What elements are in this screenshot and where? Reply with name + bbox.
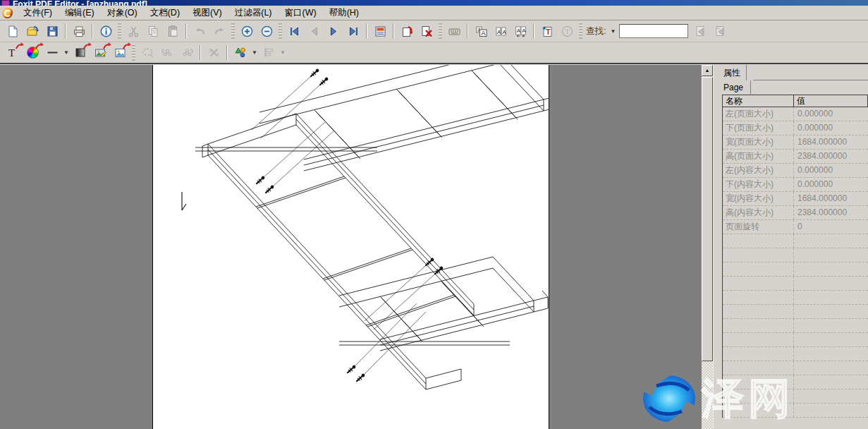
- font-replace-button[interactable]: AA: [472, 22, 490, 40]
- last-page-icon: [347, 25, 360, 38]
- empty-row: [723, 305, 868, 319]
- print-button[interactable]: [70, 22, 88, 40]
- toolbar-grip: [132, 45, 135, 61]
- toolbar-separator: [467, 23, 468, 39]
- add-text-button[interactable]: T: [538, 22, 556, 40]
- open-button[interactable]: [23, 22, 42, 40]
- empty-row: [723, 277, 868, 291]
- undo-button: [190, 22, 209, 40]
- empty-row: [723, 291, 868, 305]
- property-row: 宽(页面大小)1684.000000: [723, 135, 868, 150]
- rotate-left-icon: [160, 46, 175, 59]
- cut-button: [124, 22, 142, 40]
- page-layout-button[interactable]: [371, 22, 389, 40]
- previous-page-button: [305, 22, 323, 40]
- menu-item-view[interactable]: 视图(V): [186, 6, 228, 20]
- virtual-keyboard-button[interactable]: [445, 22, 463, 40]
- rotate-page-icon: [401, 25, 414, 38]
- edit-color-tool-button[interactable]: [23, 44, 42, 62]
- find-options-dropdown[interactable]: ▼: [609, 23, 617, 39]
- shapes-tool-button[interactable]: [231, 44, 250, 62]
- font-width-button[interactable]: AA: [511, 22, 530, 40]
- toolbar-separator: [185, 23, 187, 39]
- zoom-in-button[interactable]: [238, 22, 256, 40]
- toolbar-separator: [533, 23, 534, 39]
- ladder-long-arm: [202, 114, 474, 389]
- toolbar-edit-tools: T ▼ ▼ ▼: [0, 42, 868, 64]
- rotate-page-button[interactable]: [398, 22, 416, 40]
- document-canvas[interactable]: [0, 65, 702, 429]
- menu-item-file[interactable]: 文件(F): [17, 6, 59, 20]
- svg-text:A: A: [502, 28, 506, 35]
- toolbar-standard: AA AA AA T T 查找: ▼: [0, 20, 868, 42]
- last-page-button[interactable]: [344, 22, 362, 40]
- paste-button: [164, 22, 182, 40]
- keyboard-icon: [448, 25, 461, 38]
- svg-text:T: T: [546, 28, 551, 36]
- next-page-button[interactable]: [324, 22, 343, 40]
- properties-grid: 名称 值 左(页面大小)0.000000 下(页面大小)0.000000 宽(页…: [722, 95, 868, 418]
- grid-header: 名称 值: [723, 95, 868, 107]
- menu-item-filter[interactable]: 过滤器(L): [228, 6, 279, 20]
- save-button[interactable]: [43, 22, 61, 40]
- property-row: 宽(内容大小)1684.000000: [723, 192, 868, 206]
- properties-tab-row: Page: [721, 80, 868, 95]
- redo-icon: [213, 25, 226, 38]
- zoom-out-icon: [260, 25, 274, 38]
- delete-x-icon: [207, 46, 221, 59]
- find-label: 查找:: [586, 25, 606, 37]
- menu-item-object[interactable]: 对象(O): [101, 6, 144, 20]
- property-row: 高(页面大小)2384.000000: [723, 150, 868, 164]
- line-style-dropdown[interactable]: ▼: [62, 45, 71, 61]
- toolbar-separator: [226, 45, 228, 61]
- scroll-up-button[interactable]: ▲: [702, 65, 713, 76]
- ladder-top-section: [195, 65, 549, 171]
- tab-page[interactable]: Page: [721, 80, 751, 95]
- zoom-out-button[interactable]: [257, 22, 276, 40]
- line-style-tool-button[interactable]: [43, 44, 61, 62]
- align-icon: [262, 46, 276, 59]
- align-dropdown[interactable]: ▼: [279, 45, 287, 61]
- empty-row: [723, 375, 868, 389]
- font-narrow-button[interactable]: AA: [491, 22, 510, 40]
- svg-text:T: T: [8, 47, 15, 59]
- menu-item-help[interactable]: 帮助(H): [323, 6, 365, 20]
- edit-text-tool-button[interactable]: T: [4, 44, 22, 62]
- empty-row: [723, 361, 868, 375]
- lasso-select-button: [138, 44, 157, 62]
- document-info-button[interactable]: [97, 22, 115, 40]
- menu-item-edit[interactable]: 编辑(E): [59, 6, 101, 20]
- replace-image-tool-button[interactable]: [111, 44, 129, 62]
- menu-item-window[interactable]: 窗口(W): [279, 6, 323, 20]
- find-input[interactable]: [619, 24, 688, 38]
- text-cursor-mark: [182, 192, 186, 210]
- svg-text:T: T: [565, 28, 569, 35]
- redo-button: [210, 22, 228, 40]
- info-icon: [99, 25, 113, 38]
- empty-row: [723, 262, 868, 277]
- undo-icon: [193, 25, 207, 38]
- toolbar-grip: [231, 23, 235, 39]
- ladder-assembly-drawing: [153, 65, 549, 429]
- menu-item-document[interactable]: 文档(D): [144, 6, 186, 20]
- print-icon: [73, 25, 86, 38]
- text-circle-icon: T: [561, 25, 574, 38]
- new-document-icon: [6, 25, 20, 38]
- property-row: 页面旋转0: [723, 220, 868, 234]
- delete-page-button[interactable]: [417, 22, 436, 40]
- property-row: 下(内容大小)0.000000: [723, 178, 868, 192]
- toolbar-grip: [439, 23, 442, 39]
- shapes-dropdown[interactable]: ▼: [250, 45, 259, 61]
- first-page-button[interactable]: [285, 22, 303, 40]
- edit-image-tool-button[interactable]: [91, 44, 109, 62]
- new-document-button[interactable]: [4, 22, 22, 40]
- first-page-icon: [288, 25, 301, 38]
- svg-text:A: A: [481, 30, 485, 37]
- rotate-selection-left-button: [158, 44, 176, 62]
- toolbar-grip: [118, 23, 121, 39]
- scrollbar-thumb[interactable]: [702, 77, 713, 361]
- vertical-scrollbar[interactable]: ▲: [702, 65, 713, 429]
- find-previous-icon: [694, 25, 707, 38]
- rotate-selection-right-button: [178, 44, 196, 62]
- fill-tool-button[interactable]: [71, 44, 90, 62]
